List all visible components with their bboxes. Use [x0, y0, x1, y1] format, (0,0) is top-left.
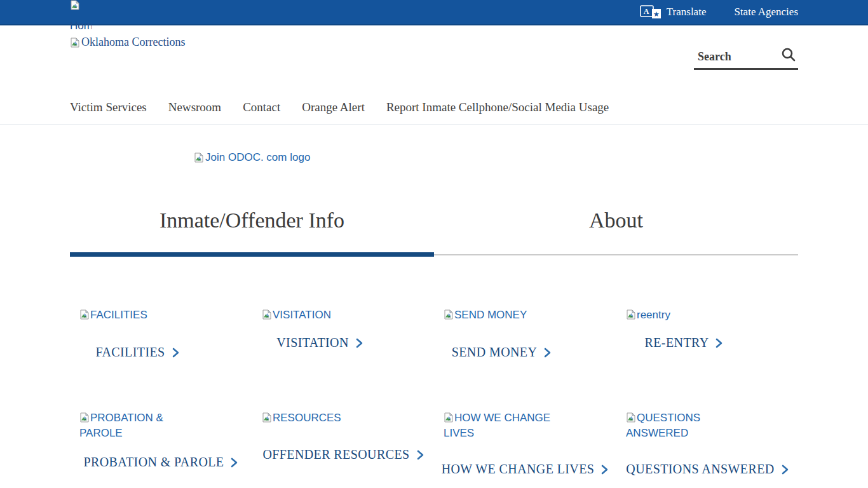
card-link-label: OFFENDER RESOURCES	[262, 447, 409, 462]
broken-image-icon	[626, 309, 636, 320]
nav-divider	[0, 125, 868, 125]
card-image-alt: FACILITIES	[90, 309, 147, 321]
facilities-link[interactable]: FACILITIES	[70, 345, 205, 360]
broken-image-icon	[262, 309, 272, 320]
broken-image-icon	[194, 152, 204, 163]
top-bar-links: A ★ Translate State Agencies	[640, 5, 868, 19]
nav-orange-alert[interactable]: Orange Alert	[302, 100, 365, 114]
card-broken-image[interactable]: FACILITIES	[79, 308, 189, 323]
card-broken-image[interactable]: HOW WE CHANGE LIVES	[444, 410, 553, 441]
home-broken-image-icon[interactable]	[70, 0, 80, 10]
svg-text:★: ★	[653, 10, 660, 18]
card-broken-image[interactable]: SEND MONEY	[444, 308, 553, 323]
chevron-right-icon	[172, 348, 179, 358]
chevron-right-icon	[601, 464, 608, 475]
broken-image-icon	[79, 412, 90, 423]
join-odoc-logo-link[interactable]: Join ODOC. com logo	[194, 151, 310, 164]
broken-image-icon	[626, 412, 636, 423]
card-image-alt: PROBATION & PAROLE	[79, 412, 163, 439]
search-box	[694, 46, 798, 70]
svg-text:A: A	[643, 7, 649, 16]
chevron-right-icon	[544, 348, 551, 358]
card-questions-answered: QUESTIONS ANSWERED QUESTIONS ANSWERED	[616, 410, 798, 477]
inactive-tab-underline	[434, 254, 798, 255]
nav-newsroom[interactable]: Newsroom	[168, 100, 221, 114]
broken-image-icon	[262, 412, 272, 423]
chevron-right-icon	[417, 450, 424, 460]
card-link-label: VISITATION	[276, 336, 349, 350]
chevron-right-icon	[715, 338, 722, 348]
chevron-right-icon	[782, 464, 789, 475]
nav-contact[interactable]: Contact	[243, 100, 280, 114]
card-image-alt: RESOURCES	[273, 412, 341, 424]
card-send-money: SEND MONEY SEND MONEY	[434, 308, 616, 360]
nav-report-cellphone[interactable]: Report Inmate Cellphone/Social Media Usa…	[386, 100, 609, 114]
translate-label: Translate	[667, 6, 707, 18]
broken-image-icon	[70, 37, 80, 48]
page: A ★ Translate State Agencies Home Oklaho…	[0, 0, 868, 488]
card-link-label: SEND MONEY	[452, 345, 538, 360]
chevron-right-icon	[231, 458, 238, 468]
card-broken-image[interactable]: reentry	[626, 308, 735, 323]
card-broken-image[interactable]: VISITATION	[262, 308, 371, 323]
nav-victim-services[interactable]: Victim Services	[70, 100, 147, 114]
tab-about[interactable]: About	[434, 206, 798, 235]
card-offender-resources: RESOURCES OFFENDER RESOURCES	[252, 410, 434, 462]
search-input[interactable]	[694, 50, 780, 64]
card-image-alt: HOW WE CHANGE LIVES	[444, 412, 550, 439]
card-link-label: HOW WE CHANGE LIVES	[442, 462, 595, 477]
card-facilities: FACILITIES FACILITIES	[70, 308, 252, 360]
card-reentry: reentry RE-ENTRY	[616, 308, 798, 350]
broken-image-icon	[444, 412, 454, 423]
card-link-label: PROBATION & PAROLE	[84, 455, 224, 470]
card-image-alt: VISITATION	[273, 309, 331, 321]
card-broken-image[interactable]: QUESTIONS ANSWERED	[626, 410, 735, 441]
state-agencies-link[interactable]: State Agencies	[734, 6, 798, 18]
home-link[interactable]: Home	[70, 20, 92, 32]
search-icon	[780, 46, 797, 63]
card-broken-image[interactable]: RESOURCES	[262, 410, 371, 426]
top-bar: A ★ Translate State Agencies	[0, 0, 868, 25]
send-money-link[interactable]: SEND MONEY	[434, 345, 569, 360]
join-odoc-alt: Join ODOC. com logo	[205, 151, 310, 164]
active-tab-underline	[70, 252, 434, 257]
chevron-right-icon	[356, 338, 363, 348]
visitation-link[interactable]: VISITATION	[252, 336, 387, 350]
offender-resources-link[interactable]: OFFENDER RESOURCES	[252, 447, 434, 462]
main-nav: Victim Services Newsroom Contact Orange …	[70, 100, 609, 114]
site-logo-alt: Oklahoma Corrections	[81, 36, 185, 49]
site-logo-link[interactable]: Oklahoma Corrections	[70, 36, 185, 49]
card-image-alt: reentry	[637, 309, 670, 321]
tab-inmate-offender-info[interactable]: Inmate/Offender Info	[70, 206, 434, 235]
card-how-we-change-lives: HOW WE CHANGE LIVES HOW WE CHANGE LIVES	[434, 410, 616, 477]
card-broken-image[interactable]: PROBATION & PAROLE	[79, 410, 189, 441]
broken-image-icon	[444, 309, 454, 320]
card-link-label: RE-ENTRY	[645, 336, 709, 350]
how-we-change-lives-link[interactable]: HOW WE CHANGE LIVES	[434, 462, 616, 477]
questions-answered-link[interactable]: QUESTIONS ANSWERED	[616, 462, 798, 477]
broken-image-icon	[79, 309, 90, 320]
card-image-alt: SEND MONEY	[454, 309, 527, 321]
probation-parole-link[interactable]: PROBATION & PAROLE	[70, 455, 252, 470]
re-entry-link[interactable]: RE-ENTRY	[616, 336, 751, 350]
translate-icon: A ★	[640, 5, 661, 19]
card-link-label: FACILITIES	[95, 345, 165, 360]
card-probation-parole: PROBATION & PAROLE PROBATION & PAROLE	[70, 410, 252, 470]
card-visitation: VISITATION VISITATION	[252, 308, 434, 350]
search-button[interactable]	[780, 46, 798, 67]
tab-bar: Inmate/Offender Info About	[70, 206, 798, 235]
card-image-alt: QUESTIONS ANSWERED	[626, 412, 700, 439]
card-link-label: QUESTIONS ANSWERED	[626, 462, 774, 477]
translate-button[interactable]: A ★ Translate	[640, 5, 707, 19]
